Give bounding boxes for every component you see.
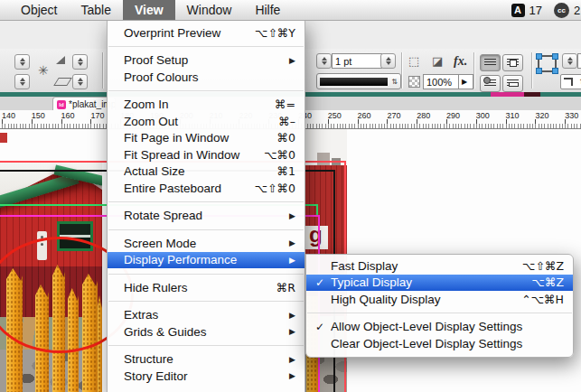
rotation-stepper[interactable] [72,54,88,70]
view-menu-item-actual-size[interactable]: Actual Size⌘1 [108,163,305,181]
submenu-arrow-icon: ▶ [289,56,295,65]
submenu-arrow-icon: ▶ [289,238,295,247]
shortcut-label: ⌥⌘0 [264,148,295,162]
corner-size-field[interactable]: 4.23 [577,53,581,69]
view-menu-item-label: Zoom In [124,98,264,111]
shortcut-label: ⌘= [275,98,295,111]
view-menu-item-grids-guides[interactable]: Grids & Guides▶ [108,323,305,341]
ruler-mark: 150 [32,111,45,120]
ruler-mark: 250 [328,111,342,120]
view-menu-separator [108,296,305,307]
view-menu-item-entire-pasteboard[interactable]: Entire Pasteboard⌥⇧⌘0 [108,180,305,197]
corner-size-stepper[interactable] [562,53,577,69]
ruler-mark: 140 [2,111,15,120]
ruler-mark: 260 [358,111,371,120]
ruler-mark: 270 [387,111,400,120]
toolbar-divider [531,52,532,89]
view-menu-item-hide-rulers[interactable]: Hide Rulers⌘R [108,279,305,296]
shortcut-label: ⌥⇧⌘Y [255,26,295,40]
toolbar-divider [102,52,103,89]
view-menu-item-screen-mode[interactable]: Screen Mode▶ [108,235,305,252]
view-menu-item-proof-setup[interactable]: Proof Setup▶ [108,52,305,70]
rotate-icon: ✳ [38,63,49,78]
display-submenu-item-clear-object-level-display-settings[interactable]: Clear Object-Level Display Settings [306,335,573,352]
stroke-type-stepper[interactable] [380,53,396,69]
view-menu-separator [108,268,305,279]
view-menu-item-zoom-out[interactable]: Zoom Out⌘– [108,113,305,130]
menubar-item-window[interactable]: Window [175,0,244,20]
display-submenu-item-allow-object-level-display-settings[interactable]: ✓Allow Object-Level Display Settings [306,319,573,336]
stroke-colour-combo[interactable]: ⇅ [316,73,401,89]
no-text-wrap-button[interactable] [480,54,501,71]
toolbar-divider [401,52,402,89]
display-submenu-item-fast-display[interactable]: Fast Display⌥⇧⌘Z [306,257,573,275]
display-submenu-item-label: Typical Display [331,275,521,289]
gradient-icon[interactable]: ◪ [432,55,443,67]
menubar-item-hilfe[interactable]: Hilfe [243,0,292,20]
menubar-item-object[interactable]: Object [9,0,69,20]
menubar-item-view[interactable]: View [123,0,175,20]
view-menu-item-label: Proof Colours [124,70,295,84]
view-menu-separator [108,341,305,351]
view-menu-item-label: Story Editor [124,369,278,383]
shortcut-label: ⌘– [278,115,295,128]
view-menu-item-label: Screen Mode [124,237,278,250]
view-menu-separator [108,42,305,52]
wrap-bounding-box-button[interactable] [502,54,523,71]
checkmark-icon: ✓ [315,276,331,289]
menubar-item-table[interactable]: Table [69,0,122,20]
view-menu-item-label: Fit Page in Window [124,131,267,145]
poster-letter: g [309,222,323,247]
adobe-icon[interactable]: A [511,4,525,17]
submenu-arrow-icon: ▶ [289,311,295,320]
opacity-expand-button[interactable]: ▶ [458,74,473,89]
shear-stepper[interactable] [72,74,88,89]
skew-icon [53,78,72,86]
view-menu-item-rotate-spread[interactable]: Rotate Spread▶ [108,208,305,225]
submenu-arrow-icon: ▶ [289,256,295,265]
ruler-mark: 320 [535,111,548,120]
display-submenu-item-label: Clear Object-Level Display Settings [331,337,564,350]
view-menu-item-overprint-preview[interactable]: Overprint Preview⌥⇧⌘Y [108,24,305,42]
black-swatch [320,78,388,86]
jump-object-button[interactable] [502,75,523,92]
view-menu-item-label: Fit Spread in Window [124,148,253,162]
document-count: 17 [529,4,542,17]
view-menu-item-fit-spread-in-window[interactable]: Fit Spread in Window⌥⌘0 [108,146,305,163]
shortcut-label: ⌥⇧⌘0 [255,182,295,195]
view-menu-item-fit-page-in-window[interactable]: Fit Page in Window⌘0 [108,130,305,147]
view-menu-item-label: Entire Pasteboard [124,182,244,195]
corner-options-dropdown[interactable]: ⇅ [560,74,581,89]
shortcut-label: ⌘0 [277,131,295,145]
view-menu-item-label: Display Performance [124,253,278,266]
view-menu-item-extras[interactable]: Extras▶ [108,307,305,324]
wrap-object-shape-button[interactable] [480,75,501,92]
view-menu-panel: Overprint Preview⌥⇧⌘YProof Setup▶Proof C… [107,20,305,392]
display-submenu-item-typical-display[interactable]: ✓Typical Display⌥⌘Z [306,275,573,292]
shortcut-label: ⌥⌘Z [532,275,564,289]
feather-icon[interactable]: ⬚ [408,55,419,67]
shortcut-label: ⌘1 [277,164,295,178]
effects-button[interactable]: fx. [454,54,467,69]
view-menu-item-label: Proof Setup [124,53,278,67]
view-menu-item-story-editor[interactable]: Story Editor▶ [108,368,305,385]
y-offset-stepper[interactable] [14,74,30,89]
poster-text-fragment: g [304,226,328,249]
checkmark-icon: ✓ [315,321,331,333]
stroke-weight-field[interactable]: 1 pt [332,53,382,69]
indesign-file-icon: Id [57,100,66,109]
opacity-field[interactable]: 100% [423,74,463,89]
creative-cloud-icon[interactable]: cc [554,3,569,18]
pasteboard-red-object [0,133,7,143]
view-menu-item-structure[interactable]: Structure▶ [108,351,305,369]
view-menu-item-proof-colours[interactable]: Proof Colours [108,69,305,86]
x-offset-stepper[interactable] [14,54,30,70]
view-menu-item-label: Structure [124,352,278,366]
display-submenu-item-high-quality-display[interactable]: High Quality Display⌃⌥⌘H [306,291,573,308]
shortcut-label: ⌃⌥⌘H [521,293,564,306]
view-menu-item-label: Rotate Spread [124,209,278,222]
view-menu-separator [108,86,305,97]
stroke-weight-stepper[interactable] [316,53,332,69]
view-menu-item-zoom-in[interactable]: Zoom In⌘= [108,97,305,114]
view-menu-item-display-performance[interactable]: Display Performance▶ [108,252,305,269]
